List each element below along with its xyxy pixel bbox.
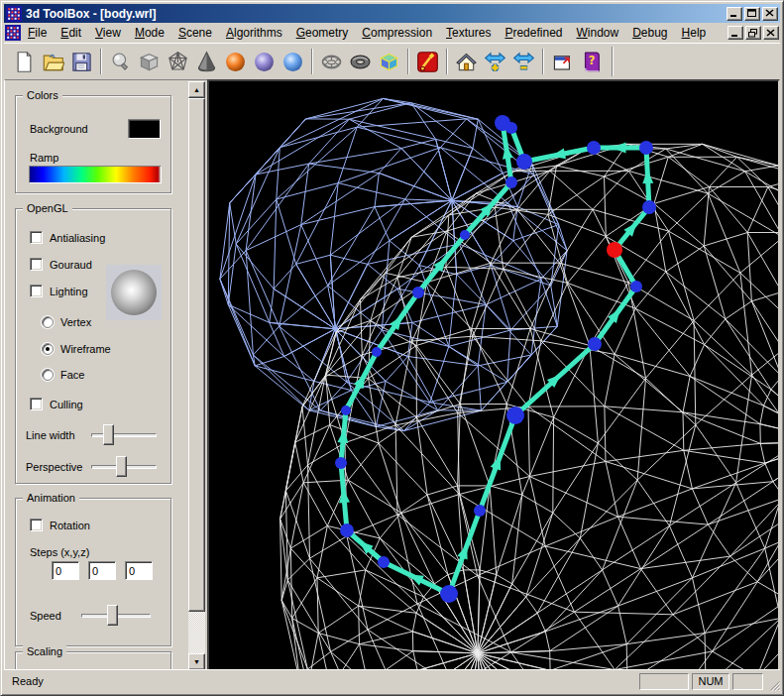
close-button[interactable] bbox=[762, 7, 778, 21]
menu-debug[interactable]: Debug bbox=[625, 23, 674, 44]
antialiasing-checkbox[interactable] bbox=[30, 231, 43, 244]
arrows-plus-icon bbox=[484, 51, 506, 73]
steps-z-input[interactable] bbox=[125, 561, 153, 580]
mdi-close-button[interactable] bbox=[763, 26, 779, 40]
path-vertex[interactable] bbox=[516, 154, 532, 170]
path-vertex[interactable] bbox=[630, 281, 642, 292]
menu-file[interactable]: File bbox=[21, 23, 54, 44]
line-width-label: Line width bbox=[26, 429, 75, 441]
group-title: Colors bbox=[23, 89, 62, 101]
radio-label: Vertex bbox=[60, 316, 91, 328]
menu-algorithms[interactable]: Algorithms bbox=[219, 23, 289, 44]
save-file-button[interactable] bbox=[68, 48, 95, 75]
culling-checkbox[interactable] bbox=[30, 398, 43, 410]
color-ramp[interactable] bbox=[29, 166, 162, 183]
help-book-button[interactable]: ? bbox=[578, 48, 605, 75]
toolbar-separator bbox=[407, 49, 409, 74]
menu-textures[interactable]: Textures bbox=[439, 23, 498, 44]
textured-cube-button[interactable] bbox=[376, 48, 402, 75]
path-vertex[interactable] bbox=[372, 347, 382, 357]
slider-thumb[interactable] bbox=[107, 605, 118, 626]
sphere-purple-button[interactable] bbox=[251, 48, 278, 75]
selected-vertex[interactable] bbox=[607, 242, 622, 258]
scrollbar-track[interactable] bbox=[188, 612, 205, 654]
document-icon[interactable] bbox=[5, 25, 21, 41]
colors-group: Colors Background Ramp bbox=[15, 95, 171, 193]
open-folder-button[interactable] bbox=[40, 48, 66, 75]
scroll-down-button[interactable]: ▼ bbox=[188, 653, 205, 670]
menu-window[interactable]: Window bbox=[569, 23, 625, 44]
resize-grip[interactable] bbox=[768, 678, 780, 692]
home-button[interactable] bbox=[453, 48, 480, 75]
path-vertex[interactable] bbox=[505, 176, 517, 188]
path-vertex[interactable] bbox=[412, 287, 424, 298]
group-title: Animation bbox=[23, 492, 79, 504]
sphere-orange-button[interactable] bbox=[222, 48, 249, 75]
face-radio[interactable] bbox=[42, 369, 54, 381]
menu-help[interactable]: Help bbox=[675, 23, 714, 44]
lighting-checkbox[interactable] bbox=[30, 285, 43, 297]
checkbox-label: Gouraud bbox=[50, 259, 92, 271]
path-vertex[interactable] bbox=[341, 406, 351, 415]
steps-y-input[interactable] bbox=[88, 561, 116, 580]
wire-polyhedron-button[interactable] bbox=[165, 48, 191, 75]
compress-zip-button[interactable] bbox=[414, 48, 441, 75]
path-vertex[interactable] bbox=[639, 141, 653, 155]
lighting-preview[interactable] bbox=[106, 265, 162, 320]
path-vertex[interactable] bbox=[440, 585, 458, 603]
title-bar[interactable]: 3d ToolBox - [body.wrl] bbox=[4, 4, 780, 23]
maximize-button[interactable] bbox=[744, 7, 760, 21]
menu-mode[interactable]: Mode bbox=[128, 23, 171, 44]
path-vertex[interactable] bbox=[505, 122, 517, 134]
cone-icon bbox=[195, 51, 218, 73]
minimize-button[interactable] bbox=[727, 7, 742, 21]
menu-compression[interactable]: Compression bbox=[355, 23, 439, 44]
scroll-up-button[interactable]: ▲ bbox=[188, 81, 205, 98]
perspective-slider[interactable] bbox=[91, 456, 157, 477]
path-vertex[interactable] bbox=[588, 337, 602, 351]
path-vertex[interactable] bbox=[474, 505, 486, 517]
mdi-restore-button[interactable] bbox=[745, 26, 761, 40]
solid-cube-button[interactable] bbox=[136, 48, 163, 75]
arrows-plus-button[interactable] bbox=[482, 48, 508, 75]
path-vertex[interactable] bbox=[642, 200, 656, 214]
steps-x-input[interactable] bbox=[52, 561, 79, 580]
menu-geometry[interactable]: Geometry bbox=[289, 23, 356, 44]
slider-thumb[interactable] bbox=[103, 424, 114, 445]
radio-label: Face bbox=[60, 369, 84, 381]
background-color-swatch[interactable] bbox=[128, 119, 161, 139]
light-bulb-button[interactable] bbox=[107, 48, 134, 75]
path-vertex[interactable] bbox=[460, 230, 470, 240]
light-bulb-icon bbox=[109, 51, 132, 73]
menu-view[interactable]: View bbox=[88, 23, 128, 44]
path-vertex[interactable] bbox=[378, 556, 390, 568]
wireframe-radio[interactable] bbox=[42, 343, 54, 355]
cone-button[interactable] bbox=[193, 48, 220, 75]
line-width-slider[interactable] bbox=[91, 424, 157, 445]
vertex-radio[interactable] bbox=[42, 316, 54, 328]
path-vertex[interactable] bbox=[340, 523, 354, 537]
path-vertex[interactable] bbox=[506, 406, 524, 424]
perspective-label: Perspective bbox=[26, 461, 82, 473]
app-icon[interactable] bbox=[6, 6, 22, 22]
sphere-blue-button[interactable] bbox=[280, 48, 306, 75]
path-vertex[interactable] bbox=[335, 457, 347, 469]
arrows-minus-button[interactable] bbox=[510, 48, 537, 75]
menu-scene[interactable]: Scene bbox=[171, 23, 219, 44]
scrollbar-thumb[interactable] bbox=[188, 98, 205, 612]
sidebar-scrollbar: ▲ ▼ bbox=[188, 81, 205, 670]
solid-torus-button[interactable] bbox=[347, 48, 374, 75]
menu-predefined[interactable]: Predefined bbox=[498, 23, 569, 44]
menu-edit[interactable]: Edit bbox=[54, 23, 88, 44]
mdi-minimize-button[interactable] bbox=[728, 26, 743, 40]
new-document-button[interactable] bbox=[11, 48, 38, 75]
slider-thumb[interactable] bbox=[116, 456, 127, 477]
path-vertex[interactable] bbox=[587, 141, 601, 155]
rotation-checkbox[interactable] bbox=[30, 519, 43, 531]
speed-slider[interactable] bbox=[81, 605, 151, 626]
wire-torus-button[interactable] bbox=[318, 48, 345, 75]
window-view-button[interactable] bbox=[549, 48, 576, 75]
gouraud-checkbox[interactable] bbox=[30, 258, 43, 271]
textured-cube-icon bbox=[378, 51, 400, 73]
viewport-3d[interactable] bbox=[207, 79, 780, 671]
